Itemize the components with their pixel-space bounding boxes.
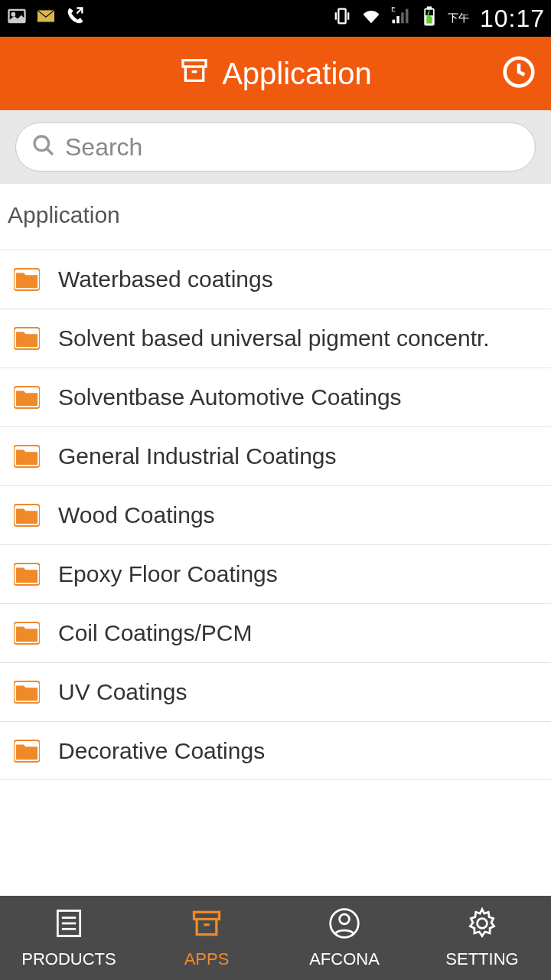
list-item[interactable]: General Industrial Coatings	[0, 426, 551, 485]
svg-point-15	[34, 136, 49, 151]
signal-icon: E	[390, 5, 411, 32]
wifi-icon	[360, 5, 382, 32]
nav-label: APPS	[184, 949, 230, 969]
search-input[interactable]	[65, 133, 520, 162]
folder-icon	[14, 504, 40, 527]
time-suffix: 下午	[448, 11, 469, 25]
list-item-label: Waterbased coatings	[58, 266, 273, 292]
svg-point-33	[340, 914, 350, 924]
list-item-label: Coil Coatings/PCM	[58, 620, 252, 646]
list-item[interactable]: Waterbased coatings	[0, 250, 551, 309]
list-item[interactable]: Solvent based universal pigment concentr…	[0, 309, 551, 368]
folder-icon	[14, 445, 40, 468]
svg-rect-7	[401, 12, 404, 23]
svg-point-1	[12, 12, 15, 15]
svg-point-34	[478, 919, 487, 929]
list-item-label: Solvent based universal pigment concentr…	[58, 325, 490, 351]
list-item[interactable]: Coil Coatings/PCM	[0, 603, 551, 662]
status-bar: E 下午 10:17	[0, 0, 551, 37]
list-item-label: Decorative Coatings	[58, 738, 265, 764]
list-item[interactable]: Decorative Coatings	[0, 721, 551, 780]
folder-icon	[14, 740, 40, 763]
list-item[interactable]: Solventbase Automotive Coatings	[0, 368, 551, 426]
nav-setting[interactable]: SETTING	[413, 896, 551, 980]
battery-icon	[419, 5, 440, 32]
bottom-nav: PRODUCTS APPS AFCONA SETTING	[0, 896, 551, 980]
app-bar: Application	[0, 37, 551, 110]
search-container	[0, 110, 551, 184]
svg-rect-6	[396, 16, 399, 23]
list-item-label: UV Coatings	[58, 679, 187, 705]
vibrate-icon	[331, 5, 353, 32]
search-icon	[31, 133, 56, 161]
svg-rect-5	[392, 19, 395, 23]
image-icon	[6, 5, 28, 32]
svg-text:E: E	[391, 6, 396, 13]
svg-line-16	[47, 149, 53, 155]
list-item[interactable]: UV Coatings	[0, 662, 551, 721]
folder-icon	[14, 622, 40, 645]
mail-icon	[35, 5, 57, 32]
list-item-label: Wood Coatings	[58, 502, 215, 528]
main-content: Application Waterbased coatings Solvent …	[0, 184, 551, 896]
archive-icon	[188, 906, 225, 945]
search-box[interactable]	[15, 122, 536, 172]
person-icon	[326, 906, 363, 945]
svg-rect-8	[406, 8, 409, 23]
app-bar-title: Application	[222, 57, 372, 91]
svg-rect-3	[338, 8, 345, 23]
nav-products[interactable]: PRODUCTS	[0, 896, 138, 980]
call-forward-icon	[64, 5, 86, 32]
section-header: Application	[0, 184, 551, 250]
nav-label: PRODUCTS	[21, 949, 116, 969]
folder-icon	[14, 268, 40, 291]
gear-icon	[464, 906, 500, 945]
list-item-label: Solventbase Automotive Coatings	[58, 384, 402, 410]
list-item-label: Epoxy Floor Coatings	[58, 561, 278, 587]
nav-label: AFCONA	[309, 949, 380, 969]
svg-rect-30	[194, 912, 220, 919]
nav-apps[interactable]: APPS	[138, 896, 276, 980]
folder-icon	[14, 563, 40, 586]
svg-rect-10	[428, 7, 432, 8]
list-icon	[51, 906, 87, 945]
list-item[interactable]: Epoxy Floor Coatings	[0, 544, 551, 603]
nav-afcona[interactable]: AFCONA	[276, 896, 413, 980]
folder-icon	[14, 386, 40, 409]
list-item-label: General Industrial Coatings	[58, 443, 337, 469]
folder-icon	[14, 681, 40, 704]
nav-label: SETTING	[445, 949, 518, 969]
status-time: 10:17	[480, 5, 545, 33]
history-button[interactable]	[502, 55, 536, 92]
list-item[interactable]: Wood Coatings	[0, 485, 551, 544]
folder-icon	[14, 327, 40, 350]
archive-icon	[179, 55, 210, 93]
svg-rect-12	[183, 60, 206, 66]
